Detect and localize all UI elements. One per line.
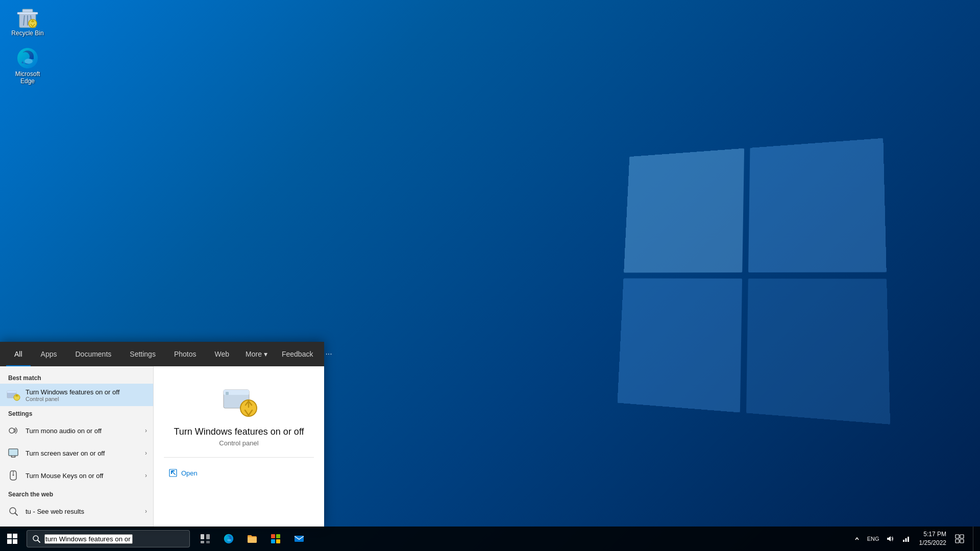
best-match-title: Turn Windows features on or off [26,388,119,396]
recycle-bin-label: Recycle Bin [11,30,43,37]
web-search-title: tu - See web results [26,508,84,515]
system-tray-expand-button[interactable] [850,532,864,546]
best-match-text: Turn Windows features on or off Control … [26,388,119,402]
mono-audio-text: Turn mono audio on or off [26,427,102,435]
right-panel-divider [164,457,314,458]
best-match-label: Best match [0,370,153,384]
more-chevron-icon: ▾ [264,350,267,358]
mouse-keys-icon [6,468,20,483]
tab-documents[interactable]: Documents [67,342,119,366]
mouse-keys-title: Turn Mouse Keys on or off [26,472,103,480]
start-button[interactable] [0,527,24,551]
chevron-up-icon [854,536,860,541]
svg-rect-26 [13,539,17,544]
right-panel-title: Turn Windows features on or off [174,427,304,437]
svg-rect-38 [295,536,304,542]
show-desktop-button[interactable] [973,527,976,551]
tab-settings[interactable]: Settings [121,342,164,366]
svg-rect-42 [955,535,959,538]
search-popup: All Apps Documents Settings Photos Web M… [0,342,324,527]
best-match-item[interactable]: Turn Windows features on or off Control … [0,384,153,406]
web-search-text: tu - See web results [26,508,84,515]
web-search-icon [6,504,20,518]
taskbar-store-button[interactable] [264,527,287,551]
web-search-label: Search the web [0,487,153,500]
tab-ellipsis[interactable]: ··· [321,349,336,359]
screen-saver-arrow-icon: › [145,449,147,457]
svg-point-11 [9,428,14,433]
taskbar-mail-icon [293,533,305,544]
language-button[interactable]: ENG [866,532,880,546]
screen-saver-item[interactable]: Turn screen saver on or off › [0,442,153,464]
tab-feedback[interactable]: Feedback [276,350,319,358]
screen-saver-title: Turn screen saver on or off [26,449,105,457]
microsoft-edge-icon[interactable]: Microsoft Edge [7,46,48,85]
svg-rect-30 [206,534,210,539]
volume-icon [886,535,894,543]
tab-more[interactable]: More ▾ [239,350,274,358]
settings-label: Settings [0,406,153,419]
taskbar-explorer-icon [247,533,258,544]
taskbar-edge-button[interactable] [217,527,240,551]
more-label: More [246,350,262,358]
start-icon [7,534,17,544]
edge-icon-label: Microsoft Edge [7,70,48,85]
svg-rect-43 [960,535,964,538]
mono-audio-title: Turn mono audio on or off [26,427,102,435]
taskbar-mail-button[interactable] [288,527,310,551]
network-icon [902,535,910,543]
mouse-keys-arrow-icon: › [145,472,147,479]
svg-rect-44 [955,539,959,543]
windows-logo-background [612,143,878,408]
task-view-icon [200,534,210,544]
task-view-button[interactable] [194,527,216,551]
svg-rect-23 [7,534,12,538]
svg-rect-9 [7,391,16,393]
svg-rect-39 [903,540,904,542]
mouse-keys-text: Turn Mouse Keys on or off [26,472,103,480]
svg-rect-37 [276,539,280,543]
clock-time: 5:17 PM [919,530,946,539]
open-label: Open [181,469,198,477]
volume-button[interactable] [883,532,897,546]
svg-rect-31 [201,541,204,543]
svg-rect-25 [7,539,12,544]
svg-rect-20 [226,392,229,395]
screen-saver-icon [6,446,20,460]
notification-area: ENG [850,532,913,546]
action-center-button[interactable] [952,532,967,546]
svg-rect-35 [276,534,280,538]
svg-rect-13 [9,449,18,456]
mono-audio-arrow-icon: › [145,427,147,434]
tab-photos[interactable]: Photos [166,342,205,366]
network-button[interactable] [899,532,913,546]
recycle-bin-icon[interactable]: Recycle Bin [7,5,48,37]
search-body: Best match Turn Windows features on or o… [0,366,324,527]
svg-rect-2 [17,12,38,14]
mouse-keys-item[interactable]: Turn Mouse Keys on or off › [0,464,153,487]
svg-point-15 [13,474,14,476]
tab-apps[interactable]: Apps [33,342,65,366]
svg-line-28 [38,540,40,542]
web-search-item[interactable]: tu - See web results › [0,500,153,522]
right-panel-subtitle: Control panel [219,439,258,447]
desktop: Recycle Bin Microsoft Edge All [0,0,980,551]
web-search-arrow-icon: › [145,508,147,515]
taskbar-edge-icon [223,533,234,544]
tab-web[interactable]: Web [206,342,237,366]
taskbar-search-area[interactable] [27,530,190,547]
language-label: ENG [867,536,879,542]
svg-point-7 [24,59,33,64]
svg-rect-34 [271,534,275,538]
mono-audio-item[interactable]: Turn mono audio on or off › [0,419,153,442]
taskbar: ENG [0,527,980,551]
clock[interactable]: 5:17 PM 1/25/2022 [919,530,946,547]
open-button[interactable]: Open [164,466,314,480]
tab-all[interactable]: All [6,342,31,366]
svg-rect-41 [908,537,909,542]
taskbar-explorer-button[interactable] [241,527,263,551]
best-match-subtitle: Control panel [26,396,119,402]
action-center-icon [955,534,964,543]
taskbar-search-input[interactable] [44,534,133,544]
svg-point-33 [227,539,231,541]
